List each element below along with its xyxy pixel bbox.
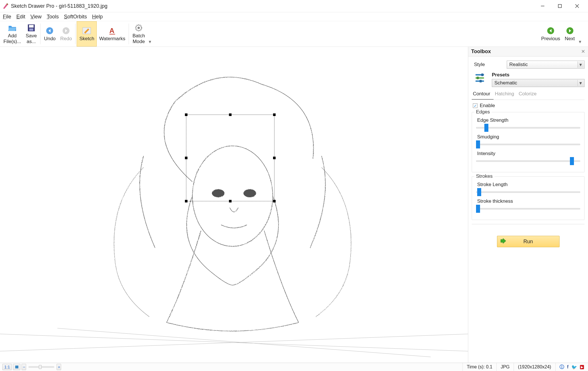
handle-n[interactable] <box>229 113 232 116</box>
menu-help[interactable]: Help <box>92 14 103 20</box>
tab-contour[interactable]: Contour <box>472 89 494 100</box>
selection-rectangle[interactable] <box>186 115 274 201</box>
style-label: Style <box>474 62 503 67</box>
save-as-button[interactable]: Saveas... <box>23 21 39 47</box>
intensity-label: Intensity <box>477 151 580 156</box>
toolbox-panel: Toolbox ✕ Style Realistic ▾ <box>468 47 588 363</box>
presets-icon <box>474 72 487 84</box>
statusbar: 1:1 − + Time (s): 0.1 JPG (1920x1280x24)… <box>0 363 588 371</box>
handle-s[interactable] <box>229 200 232 202</box>
run-arrow-icon <box>500 238 506 245</box>
run-button[interactable]: Run <box>497 236 560 247</box>
svg-rect-28 <box>15 366 18 368</box>
zoom-ratio-button[interactable]: 1:1 <box>2 364 12 370</box>
stroke-length-label: Stroke Length <box>477 182 580 188</box>
toolbar-label: Previous <box>541 36 560 42</box>
youtube-icon[interactable]: ▶ <box>580 365 584 369</box>
batch-mode-button[interactable]: BatchMode <box>130 21 147 47</box>
run-label: Run <box>523 239 533 245</box>
handle-ne[interactable] <box>273 113 276 116</box>
redo-button[interactable]: Redo <box>58 21 74 47</box>
strokes-group: Strokes Stroke Length Stroke thickness <box>472 176 585 220</box>
fit-screen-button[interactable] <box>13 364 20 370</box>
separator <box>472 224 585 224</box>
edge-strength-label: Edge Strength <box>477 117 580 123</box>
menu-softorbits[interactable]: SoftOrbits <box>64 14 87 20</box>
window-title: Sketch Drawer Pro - girl-511883_1920.jpg <box>11 3 107 9</box>
canvas[interactable] <box>0 47 468 363</box>
edge-strength-slider[interactable] <box>476 124 580 132</box>
stroke-thickness-slider[interactable] <box>476 205 580 213</box>
svg-rect-27 <box>479 80 482 82</box>
watermarks-button[interactable]: A Watermarks <box>97 21 127 47</box>
menu-tools[interactable]: Tools <box>47 14 59 20</box>
chevron-down-icon: ▾ <box>577 61 584 68</box>
menu-edit[interactable]: Edit <box>16 14 25 20</box>
toolbar-label: Redo <box>60 36 72 42</box>
toolbar-label: BatchMode <box>132 33 145 44</box>
smudging-label: Smudging <box>477 134 580 140</box>
tab-hatching[interactable]: Hatching <box>494 89 517 100</box>
arrow-left-icon <box>546 26 555 35</box>
svg-point-13 <box>138 27 140 29</box>
handle-se[interactable] <box>273 200 276 202</box>
toolbox-header: Toolbox ✕ <box>468 47 588 57</box>
status-dimensions: (1920x1280x24) <box>514 363 555 371</box>
style-dropdown[interactable]: Realistic ▾ <box>507 61 585 69</box>
toolbar-overflow[interactable]: ▾ <box>147 21 153 47</box>
handle-sw[interactable] <box>185 200 187 202</box>
zoom-in-button[interactable]: + <box>57 364 61 370</box>
menu-view[interactable]: View <box>30 14 42 20</box>
toolbar-nav-overflow[interactable]: ▾ <box>577 21 583 47</box>
info-icon[interactable]: ⓘ <box>560 364 564 370</box>
sketch-icon <box>82 26 91 35</box>
edges-legend: Edges <box>474 109 492 115</box>
svg-rect-25 <box>477 77 479 79</box>
sketch-preview <box>0 47 468 363</box>
close-button[interactable] <box>568 0 586 12</box>
tab-colorize[interactable]: Colorize <box>518 89 540 100</box>
previous-button[interactable]: Previous <box>539 21 562 47</box>
twitter-icon[interactable]: 🐦 <box>571 364 577 370</box>
svg-rect-6 <box>29 28 33 31</box>
status-time: Time (s): 0.1 <box>463 363 496 371</box>
toolbar: AddFile(s)... Saveas... Undo Redo Sketch… <box>0 21 588 47</box>
undo-icon <box>45 26 54 35</box>
save-icon <box>27 23 36 32</box>
handle-nw[interactable] <box>185 113 187 116</box>
enable-label: Enable <box>480 103 495 109</box>
toolbox-title: Toolbox <box>471 49 491 55</box>
svg-text:A: A <box>109 27 114 34</box>
menubar: File Edit View Tools SoftOrbits Help <box>0 12 588 21</box>
stroke-length-slider[interactable] <box>476 188 580 196</box>
handle-w[interactable] <box>185 157 187 159</box>
undo-button[interactable]: Undo <box>42 21 58 47</box>
strokes-legend: Strokes <box>474 173 494 179</box>
arrow-right-icon <box>565 26 575 35</box>
svg-rect-5 <box>29 25 34 28</box>
menu-file[interactable]: File <box>3 14 11 20</box>
svg-rect-23 <box>481 74 483 76</box>
intensity-slider[interactable] <box>476 157 580 165</box>
toolbar-label: Undo <box>44 36 56 42</box>
minimize-button[interactable] <box>534 0 551 12</box>
facebook-icon[interactable]: f <box>567 364 568 370</box>
toolbar-label: Watermarks <box>99 36 125 42</box>
enable-checkbox[interactable]: ✓ <box>473 103 477 108</box>
presets-dropdown[interactable]: Schematic ▾ <box>492 79 585 87</box>
chevron-down-icon: ▾ <box>577 80 584 86</box>
smudging-slider[interactable] <box>476 140 580 148</box>
handle-e[interactable] <box>273 157 276 159</box>
sketch-button[interactable]: Sketch <box>77 21 97 47</box>
zoom-out-button[interactable]: − <box>22 364 26 370</box>
maximize-button[interactable] <box>551 0 568 12</box>
toolbar-label: Sketch <box>79 36 94 42</box>
zoom-slider[interactable] <box>28 366 54 368</box>
toolbox-close-icon[interactable]: ✕ <box>581 49 585 55</box>
redo-icon <box>61 26 71 35</box>
presets-title: Presets <box>492 72 585 78</box>
next-button[interactable]: Next <box>562 21 577 47</box>
add-files-button[interactable]: AddFile(s)... <box>1 21 23 47</box>
presets-value: Schematic <box>494 80 517 86</box>
toolbox-tabs: Contour Hatching Colorize <box>472 89 585 100</box>
